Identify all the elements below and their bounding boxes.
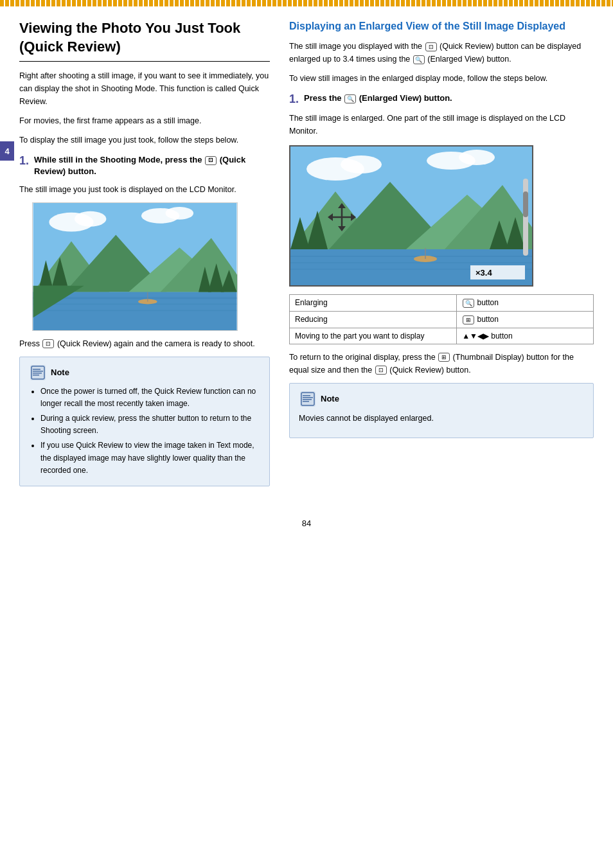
right-intro-1: The still image you displayed with the ⊡…	[289, 40, 594, 66]
svg-rect-23	[33, 369, 40, 370]
table-row-reduce: Reducing ⊞ button	[290, 311, 594, 328]
svg-rect-25	[33, 373, 42, 374]
svg-rect-26	[33, 375, 39, 376]
right-step-1-container: 1. Press the 🔍 (Enlarged View) button.	[289, 93, 594, 107]
table-row-enlarge: Enlarging 🔍 button	[290, 294, 594, 311]
return-text: To return to the original display, press…	[289, 351, 594, 376]
svg-rect-58	[303, 395, 310, 396]
step-1-desc: The still image you just took is display…	[19, 183, 270, 196]
svg-rect-37	[290, 256, 533, 257]
press-again-text: Press ⊡ (Quick Review) again and the cam…	[19, 337, 270, 350]
thumbnail-button-icon: ⊞	[463, 315, 474, 324]
right-step-1-desc: The still image is enlarged. One part of…	[289, 112, 594, 137]
right-step-1-number: 1.	[289, 93, 299, 107]
table-cell-enlarge-button: 🔍 button	[457, 294, 594, 311]
svg-rect-60	[303, 399, 312, 400]
note-item-1: Once the power is turned off, the Quick …	[40, 385, 260, 410]
page-number: 84	[0, 518, 613, 541]
note-icon-right	[299, 390, 317, 408]
svg-rect-11	[33, 303, 237, 305]
table-cell-reduce-action: Reducing	[290, 311, 457, 328]
right-intro-2: To view still images in the enlarged dis…	[289, 72, 594, 85]
step-1-number: 1.	[19, 154, 29, 177]
page-tab: 4	[0, 141, 14, 161]
info-table: Enlarging 🔍 button Reducing ⊞ button Mov…	[289, 294, 594, 344]
intro-text-3: To display the still image you just took…	[19, 134, 270, 146]
note-header-left: Note	[29, 364, 260, 382]
note-icon-left	[29, 364, 47, 382]
q-button-icon: 🔍	[463, 299, 474, 308]
svg-rect-55	[523, 191, 528, 217]
landscape-image	[32, 202, 238, 331]
intro-text-1: Right after shooting a still image, if y…	[19, 69, 270, 108]
quick-review-icon-inline: ⊡	[205, 156, 217, 165]
note-box-left: Note Once the power is turned off, the Q…	[19, 357, 270, 486]
quick-review-icon-3: ⊡	[425, 42, 437, 51]
note-item-3: If you use Quick Review to view the imag…	[40, 439, 260, 477]
note-list-left: Once the power is turned off, the Quick …	[29, 385, 260, 477]
svg-point-2	[75, 211, 107, 226]
table-cell-move-action: Moving to the part you want to display	[290, 328, 457, 344]
landscape-svg	[33, 203, 237, 330]
thumbnail-icon-inline: ⊞	[438, 353, 450, 362]
note-item-2: During a quick review, press the shutter…	[40, 412, 260, 437]
svg-rect-24	[33, 371, 43, 372]
svg-point-29	[341, 155, 382, 173]
table-row-move: Moving to the part you want to display ▲…	[290, 328, 594, 344]
svg-rect-61	[303, 401, 309, 402]
enlarged-image: ×3.4	[289, 145, 533, 287]
quick-review-icon-4: ⊡	[375, 366, 387, 375]
page: 4 Viewing the Photo You Just Took (Quick…	[0, 0, 613, 868]
step-1-container: 1. While still in the Shooting Mode, pre…	[19, 154, 270, 177]
note-text-right: Movies cannot be displayed enlarged.	[299, 412, 584, 425]
main-title: Viewing the Photo You Just Took (Quick R…	[19, 19, 270, 62]
step-1-content: While still in the Shooting Mode, press …	[34, 154, 270, 177]
table-cell-move-button: ▲▼◀▶ button	[457, 328, 594, 344]
left-column: Viewing the Photo You Just Took (Quick R…	[19, 19, 270, 486]
svg-rect-38	[290, 262, 533, 263]
table-cell-reduce-button: ⊞ button	[457, 311, 594, 328]
table-cell-enlarge-action: Enlarging	[290, 294, 457, 311]
quick-review-icon-2: ⊡	[42, 339, 54, 348]
step-1-text: While still in the Shooting Mode, press …	[34, 154, 270, 177]
right-step-1-text: Press the 🔍 (Enlarged View) button.	[304, 93, 452, 104]
svg-rect-12	[33, 310, 237, 311]
section-title: Displaying an Enlarged View of the Still…	[289, 19, 594, 33]
note-title-right: Note	[321, 394, 339, 403]
intro-text-2: For movies, the first frame appears as a…	[19, 114, 270, 127]
enlarged-svg: ×3.4	[290, 146, 533, 287]
note-header-right: Note	[299, 390, 584, 408]
enlarged-view-icon-2: 🔍	[344, 94, 356, 103]
note-title-left: Note	[51, 368, 69, 377]
top-border	[0, 0, 613, 6]
svg-text:×3.4: ×3.4	[475, 268, 492, 278]
note-box-right: Note Movies cannot be displayed enlarged…	[289, 383, 594, 438]
svg-rect-59	[303, 397, 313, 398]
right-column: Displaying an Enlarged View of the Still…	[289, 19, 594, 486]
svg-point-4	[166, 207, 194, 220]
svg-point-31	[459, 150, 495, 165]
right-step-1-content: Press the 🔍 (Enlarged View) button.	[304, 93, 452, 107]
enlarged-view-icon: 🔍	[413, 55, 425, 64]
